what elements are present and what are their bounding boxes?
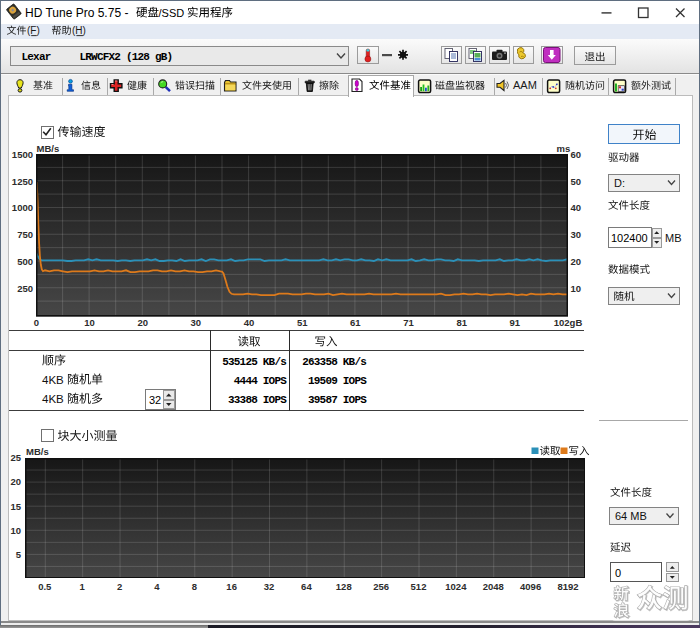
svg-text:4KB: 4KB xyxy=(42,374,64,386)
svg-text:32: 32 xyxy=(149,394,161,406)
svg-text:0: 0 xyxy=(34,317,39,328)
svg-text:250: 250 xyxy=(17,283,33,294)
svg-text:Lexar: Lexar xyxy=(22,51,51,63)
svg-text:5: 5 xyxy=(16,549,22,560)
svg-text:50: 50 xyxy=(571,176,582,187)
svg-text:30: 30 xyxy=(571,229,582,240)
svg-text:0.5: 0.5 xyxy=(38,581,52,592)
svg-text:16: 16 xyxy=(226,581,237,592)
svg-text:ms: ms xyxy=(557,143,571,154)
svg-text:40: 40 xyxy=(571,202,582,213)
svg-text:2: 2 xyxy=(117,581,122,592)
svg-text:20: 20 xyxy=(10,476,21,487)
svg-text:750: 750 xyxy=(17,229,33,240)
svg-text:4KB: 4KB xyxy=(42,393,64,405)
svg-text:19509 IOPS: 19509 IOPS xyxy=(308,375,367,387)
svg-text:81: 81 xyxy=(456,317,467,328)
svg-text:4: 4 xyxy=(154,581,160,592)
svg-text:4096: 4096 xyxy=(520,581,541,592)
svg-text:MB: MB xyxy=(665,232,682,244)
svg-text:8: 8 xyxy=(192,581,197,592)
svg-text:256: 256 xyxy=(373,581,389,592)
svg-text:102gB: 102gB xyxy=(554,317,583,328)
svg-text:0: 0 xyxy=(615,567,621,579)
svg-text:91: 91 xyxy=(510,317,521,328)
svg-text:20: 20 xyxy=(137,317,148,328)
svg-text:1000: 1000 xyxy=(12,202,33,213)
svg-text:71: 71 xyxy=(403,317,414,328)
svg-text:263358 KB/s: 263358 KB/s xyxy=(302,356,366,368)
svg-text:39587 IOPS: 39587 IOPS xyxy=(308,394,367,406)
svg-text:512: 512 xyxy=(411,581,427,592)
svg-text:25: 25 xyxy=(10,452,21,463)
svg-text:64: 64 xyxy=(301,581,312,592)
svg-text:20: 20 xyxy=(571,256,582,267)
svg-text:2048: 2048 xyxy=(483,581,504,592)
svg-text:8192: 8192 xyxy=(557,581,578,592)
svg-text:128: 128 xyxy=(336,581,352,592)
svg-text:/SSD: /SSD xyxy=(159,7,185,19)
svg-text:10: 10 xyxy=(571,283,582,294)
svg-text:(H): (H) xyxy=(72,25,86,36)
svg-text:10: 10 xyxy=(10,525,21,536)
svg-text:30: 30 xyxy=(191,317,202,328)
svg-text:1500: 1500 xyxy=(12,149,33,160)
svg-text:10: 10 xyxy=(84,317,95,328)
svg-text:51: 51 xyxy=(297,317,308,328)
svg-text:32: 32 xyxy=(264,581,275,592)
svg-text:61: 61 xyxy=(350,317,361,328)
svg-text:(F): (F) xyxy=(27,25,40,36)
svg-text:40: 40 xyxy=(244,317,255,328)
svg-text:535125 KB/s: 535125 KB/s xyxy=(222,356,286,368)
svg-text:LRWCFX2 (128 gB): LRWCFX2 (128 gB) xyxy=(80,51,173,63)
svg-text:1024: 1024 xyxy=(445,581,467,592)
svg-text:D:: D: xyxy=(614,177,625,189)
svg-text:15: 15 xyxy=(10,501,21,512)
svg-text:33388 IOPS: 33388 IOPS xyxy=(228,394,287,406)
svg-text:1: 1 xyxy=(80,581,86,592)
svg-text:102400: 102400 xyxy=(611,232,648,244)
svg-text:MB/s: MB/s xyxy=(26,446,49,457)
svg-text:AAM: AAM xyxy=(513,79,537,91)
svg-text:1250: 1250 xyxy=(12,176,33,187)
svg-text:60: 60 xyxy=(571,149,582,160)
svg-text:HD Tune Pro 5.75 -: HD Tune Pro 5.75 - xyxy=(25,6,128,20)
svg-text:500: 500 xyxy=(17,256,33,267)
svg-text:4444 IOPS: 4444 IOPS xyxy=(234,375,287,387)
svg-text:64 MB: 64 MB xyxy=(615,510,647,522)
svg-text:MB/s: MB/s xyxy=(37,143,60,154)
